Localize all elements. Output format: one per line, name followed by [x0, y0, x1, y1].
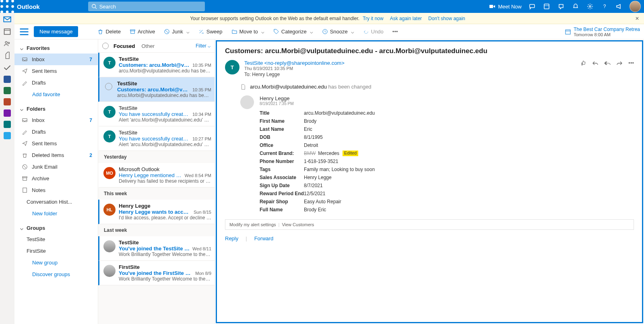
tab-other[interactable]: Other: [141, 43, 155, 49]
message-item[interactable]: MOMicrosoft OutlookHenry Legge mentioned…: [98, 163, 215, 188]
favorites-header[interactable]: ⌵Favorites: [14, 43, 98, 54]
tag-icon: [273, 29, 279, 35]
filter-button[interactable]: Filter ⌵: [196, 43, 211, 49]
svg-point-9: [92, 4, 95, 8]
categorize-button[interactable]: Categorize⌵: [270, 27, 316, 36]
svg-rect-13: [544, 4, 549, 9]
modify-alert-link[interactable]: Modify my alert settings: [229, 222, 276, 227]
nav-archive[interactable]: Archive: [14, 173, 98, 184]
help-icon[interactable]: ?: [597, 0, 612, 13]
new-folder[interactable]: New folder: [14, 208, 98, 219]
hamburger-icon[interactable]: [19, 26, 30, 37]
groups-header[interactable]: ⌵Groups: [14, 223, 98, 233]
nav-group-firstsite[interactable]: FirstSite: [14, 245, 98, 257]
message-item[interactable]: TTestSiteYou have successfully created a…: [98, 126, 215, 151]
reply-link[interactable]: Reply: [225, 235, 238, 241]
inbox-icon: [22, 117, 28, 123]
search-input[interactable]: [99, 4, 202, 10]
app-launcher[interactable]: [0, 0, 14, 13]
tips-icon[interactable]: [554, 0, 568, 13]
like-icon[interactable]: [580, 60, 586, 68]
onenote-icon[interactable]: [4, 109, 11, 117]
message-from: FirstSite: [119, 264, 211, 270]
junk-button[interactable]: Junk⌵: [161, 27, 192, 36]
people-icon[interactable]: [3, 39, 11, 47]
todo-icon[interactable]: [3, 64, 11, 72]
message-preview: Work Brilliantly Together Welcome to the…: [119, 276, 211, 282]
snooze-button[interactable]: Snooze⌵: [319, 27, 357, 36]
sender-avatar: [103, 265, 116, 277]
excel-icon[interactable]: [4, 87, 11, 94]
more-icon[interactable]: •••: [628, 60, 634, 68]
message-item[interactable]: TTestSiteYou have successfully created a…: [98, 102, 215, 126]
message-item[interactable]: FirstSiteYou've joined the FirstSite gro…: [98, 261, 215, 285]
sender-avatar: T: [103, 106, 116, 118]
delete-button[interactable]: Delete: [94, 27, 124, 36]
nav-inbox[interactable]: Inbox7: [14, 54, 98, 65]
yammer-icon[interactable]: [4, 121, 11, 128]
add-favorite[interactable]: Add favorite: [14, 89, 98, 100]
nav-conversation-history[interactable]: Conversation Hist...: [14, 196, 98, 208]
next-meeting-widget[interactable]: The Best Car Company RetreaTomorrow 8:00…: [565, 27, 640, 37]
bookings-icon[interactable]: [4, 132, 11, 139]
calendar-icon[interactable]: [3, 27, 11, 35]
nav-sent[interactable]: Sent Items: [14, 65, 98, 77]
message-item[interactable]: TestSiteYou've joined the TestSite group…: [98, 236, 215, 261]
banner-dont-show[interactable]: Don't show again: [428, 16, 465, 21]
sweep-button[interactable]: Sweep: [195, 27, 226, 36]
tab-focused[interactable]: Focused: [114, 43, 135, 49]
move-to-button[interactable]: Move to⌵: [228, 27, 268, 36]
folders-header[interactable]: ⌵Folders: [14, 103, 98, 114]
forward-icon[interactable]: [616, 60, 623, 68]
files-icon[interactable]: [3, 52, 11, 60]
bell-icon[interactable]: [568, 0, 583, 13]
banner-close-icon[interactable]: ✕: [635, 16, 639, 21]
message-from: TestSite: [119, 239, 211, 246]
message-subject: You've joined the TestSite group: [119, 246, 190, 252]
calendar-icon: [565, 29, 571, 35]
select-all-checkbox[interactable]: [102, 43, 109, 49]
search-box[interactable]: [88, 2, 205, 11]
message-item[interactable]: TestSiteCustomers: arcu.Morbi@vulputa...…: [98, 77, 215, 102]
nav-junk[interactable]: Junk Email: [14, 161, 98, 173]
megaphone-icon[interactable]: [612, 0, 626, 13]
myday-icon[interactable]: [539, 0, 554, 13]
view-customers-link[interactable]: View Customers: [282, 222, 314, 227]
undo-button[interactable]: Undo: [360, 27, 387, 36]
reply-all-icon[interactable]: [604, 60, 611, 68]
user-avatar[interactable]: [630, 1, 641, 12]
nav-notes[interactable]: Notes: [14, 184, 98, 196]
message-from: TestSite: [119, 56, 211, 62]
new-message-button[interactable]: New message: [34, 26, 78, 37]
nav-group-testsite[interactable]: TestSite: [14, 233, 98, 245]
sender-avatar: T: [103, 130, 116, 142]
nav-sent-2[interactable]: Sent Items: [14, 138, 98, 149]
nav-drafts-2[interactable]: Drafts: [14, 126, 98, 138]
archive-button[interactable]: Archive: [126, 27, 158, 36]
mail-icon[interactable]: [3, 15, 11, 23]
message-time: 10:35 PM: [192, 87, 211, 92]
nav-deleted[interactable]: Deleted Items2: [14, 149, 98, 161]
svg-rect-26: [131, 31, 134, 34]
more-button[interactable]: •••: [389, 27, 401, 36]
powerpoint-icon[interactable]: [4, 98, 11, 105]
chat-icon[interactable]: [525, 0, 539, 13]
forward-link[interactable]: Forward: [254, 235, 274, 241]
message-item[interactable]: HLHenry LeggeHenry Legge wants to access…: [98, 200, 215, 224]
meet-now-button[interactable]: Meet Now: [487, 0, 525, 13]
editor-avatar: [240, 95, 254, 109]
message-subject: You've joined the FirstSite group: [119, 270, 193, 276]
word-icon[interactable]: [4, 76, 11, 83]
message-item[interactable]: TTestSiteCustomers: arcu.Morbi@vulputa..…: [98, 53, 215, 77]
discover-groups[interactable]: Discover groups: [14, 268, 98, 280]
svg-point-4: [6, 5, 9, 8]
settings-icon[interactable]: [583, 0, 597, 13]
nav-drafts[interactable]: Drafts: [14, 77, 98, 89]
banner-try-now[interactable]: Try it now: [363, 16, 384, 21]
reply-icon[interactable]: [592, 60, 599, 68]
nav-inbox-2[interactable]: Inbox7: [14, 114, 98, 126]
message-time: 10:34 PM: [192, 112, 211, 117]
message-checkbox[interactable]: [105, 83, 112, 90]
new-group[interactable]: New group: [14, 257, 98, 268]
banner-ask-later[interactable]: Ask again later: [390, 16, 422, 21]
